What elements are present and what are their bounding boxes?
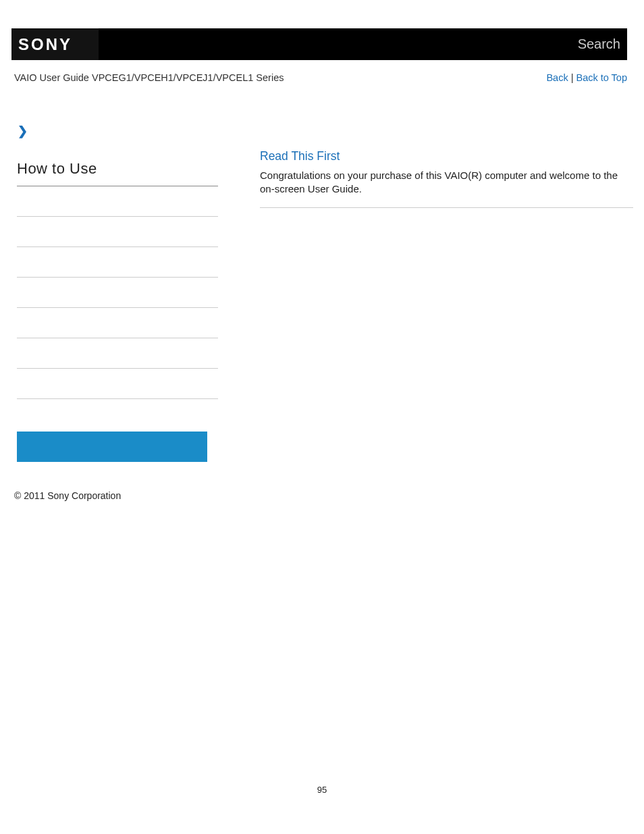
search-button[interactable]: Search xyxy=(578,36,627,52)
main-heading[interactable]: Read This First xyxy=(260,149,624,163)
sidebar-item[interactable] xyxy=(17,247,218,278)
chevron-right-icon[interactable]: ❯ xyxy=(18,124,218,138)
page-number: 95 xyxy=(0,785,644,795)
nav-links: Back | Back to Top xyxy=(546,72,627,83)
sidebar-title: How to Use xyxy=(17,152,218,186)
main-separator xyxy=(260,207,633,208)
footer-copyright: © 2011 Sony Corporation xyxy=(14,490,644,501)
sidebar-item[interactable] xyxy=(17,278,218,308)
sidebar-active-item[interactable] xyxy=(17,432,207,462)
guide-title: VAIO User Guide VPCEG1/VPCEH1/VPCEJ1/VPC… xyxy=(14,72,284,83)
sidebar-item[interactable] xyxy=(17,186,218,217)
sony-logo: SONY xyxy=(18,35,72,54)
content-area: ❯ How to Use Read This First Congratulat… xyxy=(17,124,644,462)
sidebar-item[interactable] xyxy=(17,308,218,338)
main-text: Congratulations on your purchase of this… xyxy=(260,169,624,197)
sidebar-item[interactable] xyxy=(17,217,218,247)
back-to-top-link[interactable]: Back to Top xyxy=(576,72,627,83)
subheader: VAIO User Guide VPCEG1/VPCEH1/VPCEJ1/VPC… xyxy=(14,72,627,83)
link-separator: | xyxy=(568,72,576,83)
sidebar: ❯ How to Use xyxy=(17,124,218,462)
main-content: Read This First Congratulations on your … xyxy=(260,149,624,462)
sidebar-item[interactable] xyxy=(17,369,218,399)
back-link[interactable]: Back xyxy=(546,72,568,83)
logo-container: SONY xyxy=(11,28,99,60)
header-bar: SONY Search xyxy=(11,28,627,60)
sidebar-item[interactable] xyxy=(17,338,218,369)
